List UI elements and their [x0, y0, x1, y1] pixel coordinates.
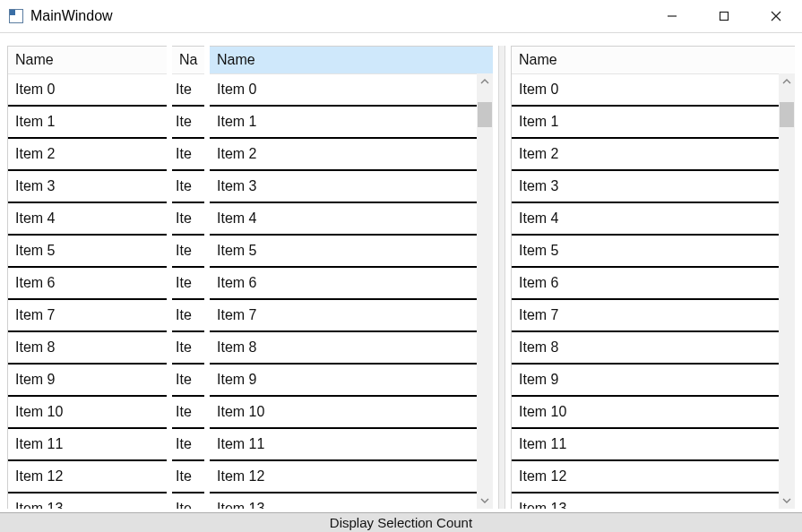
svg-rect-1	[720, 13, 729, 21]
list-item[interactable]: Item 5	[210, 236, 493, 268]
vertical-scrollbar[interactable]	[779, 73, 795, 509]
list-item[interactable]: Item 3	[512, 171, 795, 203]
vertical-scrollbar[interactable]	[477, 73, 493, 509]
list-item[interactable]: Item 12	[512, 461, 795, 493]
list-item[interactable]: Item 9	[210, 365, 493, 397]
client-area: Name Item 0 Item 1 Item 2 Item 3 Item 4 …	[0, 33, 802, 512]
maximize-button[interactable]	[698, 0, 750, 32]
list-item[interactable]: Item 1	[512, 107, 795, 139]
list-item[interactable]: Item 7	[8, 300, 167, 332]
listview-2: Na Ite Ite Ite Ite Ite Ite Ite Ite Ite I…	[172, 46, 204, 509]
listview-3: Name Item 0 Item 1 Item 2 Item 3 Item 4 …	[210, 46, 493, 509]
list-item[interactable]: Item 3	[210, 171, 493, 203]
list-item[interactable]: Item 9	[512, 365, 795, 397]
list-item[interactable]: Ite	[172, 332, 204, 365]
list-item[interactable]: Item 13	[512, 493, 795, 509]
list-item[interactable]: Item 10	[512, 397, 795, 429]
listview-4: Name Item 0 Item 1 Item 2 Item 3 Item 4 …	[511, 46, 795, 509]
list-item[interactable]: Item 13	[210, 493, 493, 509]
grid-splitter[interactable]	[498, 46, 505, 509]
list-item[interactable]: Ite	[172, 461, 204, 493]
list-item[interactable]: Item 11	[8, 429, 167, 461]
list-item[interactable]: Ite	[172, 300, 204, 332]
minimize-button[interactable]	[646, 0, 698, 32]
scroll-up-icon[interactable]	[477, 73, 493, 90]
list-item[interactable]: Item 9	[8, 365, 167, 397]
column-header[interactable]: Name	[210, 47, 493, 74]
list-item[interactable]: Ite	[172, 493, 204, 509]
list-item[interactable]: Item 5	[512, 236, 795, 268]
list-item[interactable]: Item 8	[512, 332, 795, 365]
list-item[interactable]: Ite	[172, 203, 204, 236]
list-item[interactable]: Item 1	[210, 107, 493, 139]
list-item[interactable]: Item 6	[8, 268, 167, 300]
scroll-track[interactable]	[779, 90, 795, 493]
scroll-down-icon[interactable]	[779, 493, 795, 509]
window-title: MainWindow	[30, 8, 113, 24]
listview-1: Name Item 0 Item 1 Item 2 Item 3 Item 4 …	[7, 46, 167, 509]
column-header[interactable]: Name	[8, 47, 167, 74]
scroll-thumb[interactable]	[478, 102, 492, 127]
list-item[interactable]: Item 6	[512, 268, 795, 300]
list-item[interactable]: Ite	[172, 268, 204, 300]
list-item[interactable]: Item 10	[210, 397, 493, 429]
list-item[interactable]: Item 11	[210, 429, 493, 461]
title-bar: MainWindow	[0, 0, 802, 33]
display-selection-count-button[interactable]: Display Selection Count	[0, 512, 802, 532]
list-item[interactable]: Item 4	[512, 203, 795, 236]
list-item[interactable]: Item 11	[512, 429, 795, 461]
list-item[interactable]: Item 0	[210, 74, 493, 107]
list-item[interactable]: Item 7	[210, 300, 493, 332]
list-item[interactable]: Ite	[172, 74, 204, 107]
list-item[interactable]: Ite	[172, 107, 204, 139]
list-item[interactable]: Ite	[172, 429, 204, 461]
list-item[interactable]: Ite	[172, 171, 204, 203]
column-header[interactable]: Na	[172, 47, 204, 74]
list-item[interactable]: Item 2	[210, 139, 493, 171]
list-item[interactable]: Item 0	[512, 74, 795, 107]
app-icon	[9, 9, 23, 23]
list-item[interactable]: Item 13	[8, 493, 167, 509]
list-item[interactable]: Ite	[172, 236, 204, 268]
list-item[interactable]: Item 10	[8, 397, 167, 429]
list-item[interactable]: Item 7	[512, 300, 795, 332]
list-item[interactable]: Ite	[172, 365, 204, 397]
list-item[interactable]: Item 12	[8, 461, 167, 493]
list-item[interactable]: Item 2	[512, 139, 795, 171]
list-item[interactable]: Item 8	[8, 332, 167, 365]
scroll-down-icon[interactable]	[477, 493, 493, 509]
list-item[interactable]: Item 8	[210, 332, 493, 365]
list-item[interactable]: Item 6	[210, 268, 493, 300]
list-item[interactable]: Item 2	[8, 139, 167, 171]
list-item[interactable]: Item 0	[8, 74, 167, 107]
scroll-up-icon[interactable]	[779, 73, 795, 90]
scroll-thumb[interactable]	[780, 102, 794, 127]
list-item[interactable]: Ite	[172, 139, 204, 171]
list-item[interactable]: Ite	[172, 397, 204, 429]
list-item[interactable]: Item 12	[210, 461, 493, 493]
list-item[interactable]: Item 5	[8, 236, 167, 268]
close-button[interactable]	[750, 0, 802, 32]
list-item[interactable]: Item 1	[8, 107, 167, 139]
scroll-track[interactable]	[477, 90, 493, 493]
list-item[interactable]: Item 4	[210, 203, 493, 236]
column-header[interactable]: Name	[512, 47, 795, 74]
list-item[interactable]: Item 3	[8, 171, 167, 203]
list-item[interactable]: Item 4	[8, 203, 167, 236]
